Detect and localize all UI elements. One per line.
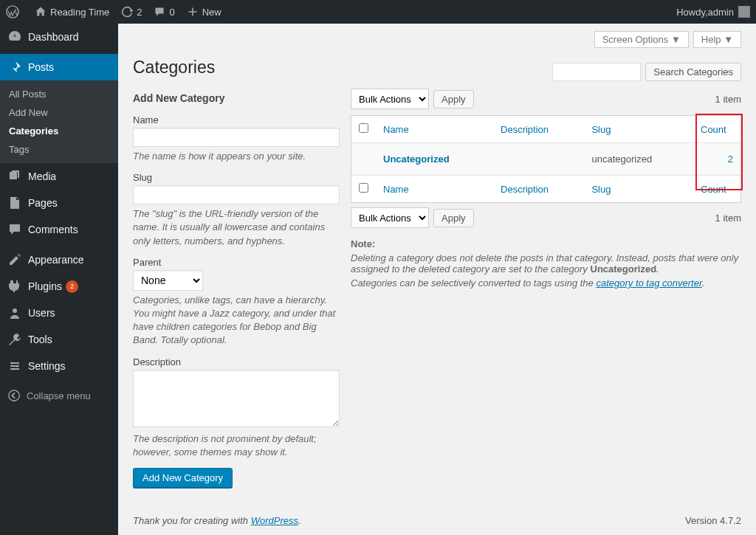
row-count[interactable]: 2 — [728, 153, 733, 165]
menu-label: Settings — [28, 360, 66, 372]
col-description[interactable]: Description — [493, 116, 584, 143]
parent-select[interactable]: None — [133, 270, 203, 291]
name-label: Name — [133, 114, 336, 125]
menu-pages[interactable]: Pages — [0, 190, 118, 216]
plugin-icon — [7, 279, 22, 294]
menu-label: Plugins — [28, 280, 62, 292]
bulk-select-bottom[interactable]: Bulk Actions — [351, 207, 429, 228]
admin-sidebar: Dashboard Posts All Posts Add New Catego… — [0, 24, 118, 535]
menu-label: Dashboard — [28, 31, 79, 43]
menu-label: Tools — [28, 334, 52, 345]
comments-count: 0 — [169, 7, 174, 18]
item-count-bottom: 1 item — [715, 213, 741, 224]
home-icon — [35, 6, 47, 18]
svg-point-5 — [13, 368, 16, 370]
desc-label: Description — [133, 356, 336, 367]
posts-submenu: All Posts Add New Categories Tags — [0, 80, 118, 163]
category-to-tag-link[interactable]: category to tag converter — [596, 277, 701, 289]
apply-button-bottom[interactable]: Apply — [433, 209, 474, 227]
col-slug-foot[interactable]: Slug — [584, 175, 693, 202]
add-category-button[interactable]: Add New Category — [133, 468, 233, 488]
slug-label: Slug — [133, 172, 336, 183]
comments[interactable]: 0 — [148, 0, 180, 24]
search-input[interactable] — [552, 63, 641, 81]
tools-icon — [7, 332, 22, 347]
menu-settings[interactable]: Settings — [0, 353, 118, 379]
slug-desc: The "slug" is the URL-friendly version o… — [133, 207, 336, 248]
plugins-badge: 2 — [66, 280, 78, 293]
form-heading: Add New Category — [133, 92, 336, 104]
avatar — [738, 6, 750, 18]
row-name[interactable]: Uncategorized — [383, 153, 450, 165]
collapse-menu[interactable]: Collapse menu — [0, 383, 118, 408]
svg-point-2 — [13, 308, 17, 313]
menu-label: Media — [28, 170, 56, 182]
col-count[interactable]: Count — [693, 116, 740, 143]
menu-tools[interactable]: Tools — [0, 326, 118, 353]
menu-label: Comments — [28, 224, 78, 235]
col-slug[interactable]: Slug — [584, 116, 693, 143]
media-icon — [7, 169, 22, 184]
wordpress-link[interactable]: WordPress — [251, 515, 298, 526]
menu-media[interactable]: Media — [0, 163, 118, 190]
site-name[interactable]: Reading Time — [29, 0, 115, 24]
settings-icon — [7, 359, 22, 373]
table-row: Uncategorized uncategorized 2 — [351, 143, 740, 175]
help-button[interactable]: Help ▼ — [693, 31, 741, 48]
menu-users[interactable]: Users — [0, 300, 118, 326]
footer-version: Version 4.7.2 — [685, 515, 741, 526]
admin-bar: Reading Time 2 0 New Howdy, admin — [0, 0, 756, 24]
menu-label: Posts — [28, 61, 54, 73]
submenu-all-posts[interactable]: All Posts — [0, 85, 118, 103]
row-description — [493, 143, 584, 175]
menu-label: Users — [28, 307, 55, 319]
menu-posts[interactable]: Posts — [0, 54, 118, 80]
new-label: New — [202, 7, 221, 18]
pin-icon — [7, 60, 22, 75]
categories-table: Name Description Slug Count Uncategorize… — [351, 115, 741, 203]
site-name-label: Reading Time — [50, 7, 109, 18]
desc-desc: The description is not prominent by defa… — [133, 432, 336, 459]
col-name-foot[interactable]: Name — [376, 175, 493, 202]
menu-label: Appearance — [28, 254, 84, 266]
note-heading: Note: — [351, 238, 375, 249]
new[interactable]: New — [181, 0, 227, 24]
appearance-icon — [7, 252, 22, 267]
menu-dashboard[interactable]: Dashboard — [0, 24, 118, 50]
dashboard-icon — [7, 30, 22, 44]
col-name[interactable]: Name — [376, 116, 493, 143]
apply-button-top[interactable]: Apply — [433, 90, 474, 108]
screen-options-button[interactable]: Screen Options ▼ — [594, 31, 689, 48]
select-all-bottom[interactable] — [359, 183, 368, 193]
account[interactable]: Howdy, admin — [670, 0, 756, 24]
slug-field[interactable] — [133, 185, 340, 204]
footer-thanks: Thank you for creating with — [133, 515, 251, 526]
bulk-select-top[interactable]: Bulk Actions — [351, 89, 429, 109]
submenu-add-new[interactable]: Add New — [0, 103, 118, 122]
name-desc: The name is how it appears on your site. — [133, 150, 336, 163]
row-slug: uncategorized — [584, 143, 693, 175]
svg-point-4 — [16, 365, 18, 367]
parent-label: Parent — [133, 257, 336, 268]
updates-count: 2 — [137, 7, 142, 18]
submenu-tags[interactable]: Tags — [0, 140, 118, 159]
col-count-foot[interactable]: Count — [693, 175, 740, 202]
svg-point-6 — [9, 390, 19, 401]
comments-icon — [7, 222, 22, 237]
svg-point-3 — [12, 362, 14, 365]
description-field[interactable] — [133, 370, 340, 427]
refresh-icon — [121, 6, 133, 18]
menu-comments[interactable]: Comments — [0, 216, 118, 243]
wp-logo[interactable] — [0, 0, 29, 24]
collapse-icon — [7, 389, 21, 402]
submenu-categories[interactable]: Categories — [0, 122, 118, 140]
menu-appearance[interactable]: Appearance — [0, 246, 118, 273]
search-button[interactable]: Search Categories — [645, 63, 741, 81]
menu-plugins[interactable]: Plugins 2 — [0, 273, 118, 300]
plus-icon — [187, 6, 199, 18]
select-all-top[interactable] — [359, 123, 368, 133]
updates[interactable]: 2 — [115, 0, 148, 24]
collapse-label: Collapse menu — [27, 390, 91, 401]
col-description-foot[interactable]: Description — [493, 175, 584, 202]
name-field[interactable] — [133, 128, 340, 147]
